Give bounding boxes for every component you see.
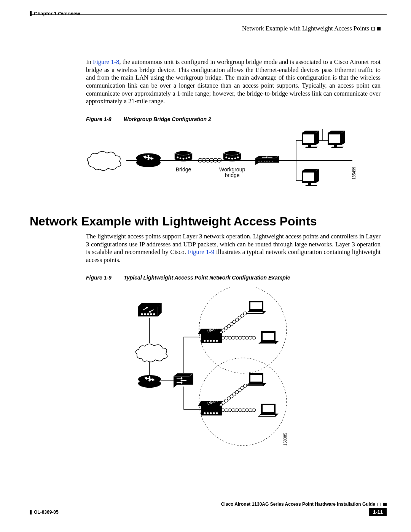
svg-point-93 bbox=[207, 412, 209, 414]
svg-point-37 bbox=[226, 324, 231, 329]
switch-icon bbox=[255, 156, 279, 166]
figure-number: Figure 1-8 bbox=[86, 116, 122, 122]
section-heading: Network Example with Lightweight Access … bbox=[30, 215, 381, 228]
wgb-label-1: Workgroup bbox=[219, 167, 245, 173]
footer-tick-icon bbox=[30, 510, 32, 514]
svg-point-4 bbox=[180, 157, 182, 159]
svg-point-86 bbox=[210, 340, 212, 342]
svg-point-5 bbox=[183, 158, 185, 160]
figure-8-diagram: Bridge Workgroup bridge bbox=[86, 129, 352, 192]
svg-rect-31 bbox=[308, 183, 311, 185]
body-paragraph: The lightweight access points support La… bbox=[86, 233, 381, 264]
figure-ref-link[interactable]: Figure 1-8 bbox=[93, 58, 119, 66]
svg-rect-99 bbox=[250, 302, 262, 309]
svg-rect-24 bbox=[272, 161, 273, 161]
para-prefix: In bbox=[86, 58, 93, 66]
bridge-label: Bridge bbox=[172, 167, 195, 173]
figure-title: Typical Lightweight Access Point Network… bbox=[124, 275, 290, 281]
para-rest: , the autonomous unit is configured in w… bbox=[86, 58, 381, 105]
workgroup-bridge-icon: Workgroup bridge bbox=[219, 149, 245, 179]
svg-rect-29 bbox=[334, 145, 337, 147]
page: Chapter 1 Overview Network Example with … bbox=[0, 0, 411, 532]
cloud-icon bbox=[135, 344, 167, 362]
svg-rect-19 bbox=[258, 161, 260, 161]
svg-point-79 bbox=[153, 313, 155, 315]
svg-point-60 bbox=[234, 390, 239, 395]
svg-point-38 bbox=[229, 322, 234, 326]
header-section: Network Example with Lightweight Access … bbox=[242, 25, 369, 32]
svg-rect-105 bbox=[250, 375, 262, 382]
monitor-icon bbox=[327, 130, 346, 151]
svg-point-39 bbox=[232, 320, 237, 324]
svg-rect-23 bbox=[269, 161, 270, 161]
cloud-icon bbox=[86, 150, 122, 173]
header-rule bbox=[30, 14, 387, 15]
svg-rect-102 bbox=[263, 333, 274, 340]
svg-rect-27 bbox=[308, 145, 311, 147]
bridge-icon: Bridge bbox=[172, 149, 195, 173]
router-icon bbox=[135, 153, 161, 169]
svg-rect-108 bbox=[263, 405, 274, 412]
footer-end-icon bbox=[378, 503, 381, 506]
running-header: Chapter 1 Overview bbox=[30, 11, 381, 16]
svg-point-17 bbox=[234, 157, 236, 159]
svg-rect-28 bbox=[329, 134, 340, 143]
svg-point-87 bbox=[213, 340, 215, 342]
header-left: Chapter 1 Overview bbox=[30, 11, 80, 16]
figure-ref-link[interactable]: Figure 1-9 bbox=[188, 248, 215, 256]
header-end-icon bbox=[371, 27, 375, 30]
switch-icon bbox=[174, 373, 193, 388]
header-tick-icon bbox=[30, 11, 32, 16]
lwapp-ap-icon: LWAPP bbox=[198, 326, 222, 343]
figure-caption: Figure 1-8 Workgroup Bridge Configuratio… bbox=[86, 116, 381, 122]
svg-point-61 bbox=[237, 388, 242, 392]
svg-point-16 bbox=[231, 158, 233, 160]
svg-point-18 bbox=[237, 157, 239, 158]
laptop-icon bbox=[258, 331, 279, 344]
svg-point-6 bbox=[186, 157, 188, 159]
figure-9-diagram: LWAPP LWAPP 158085 bbox=[125, 288, 300, 449]
svg-point-56 bbox=[224, 398, 229, 403]
image-number: 135499 bbox=[352, 167, 356, 179]
footer-rule bbox=[30, 507, 387, 507]
monitor-icon bbox=[301, 130, 320, 151]
svg-text:158085: 158085 bbox=[283, 433, 287, 446]
svg-rect-109 bbox=[260, 415, 275, 416]
svg-point-92 bbox=[204, 412, 206, 414]
footer-end-icon bbox=[383, 503, 387, 506]
svg-point-84 bbox=[204, 340, 206, 342]
svg-point-3 bbox=[177, 157, 178, 158]
laptop-icon bbox=[246, 301, 266, 314]
figure-title: Workgroup Bridge Configuration 2 bbox=[124, 116, 211, 122]
svg-rect-91 bbox=[201, 406, 222, 415]
svg-point-59 bbox=[232, 392, 237, 397]
svg-point-36 bbox=[224, 326, 229, 331]
svg-rect-103 bbox=[260, 343, 275, 343]
svg-point-15 bbox=[228, 157, 230, 159]
laptop-icon bbox=[246, 373, 266, 386]
router-icon bbox=[138, 375, 161, 388]
lwapp-ap-icon: LWAPP bbox=[198, 398, 222, 416]
page-footer: Cisco Aironet 1130AG Series Access Point… bbox=[30, 502, 387, 516]
svg-rect-22 bbox=[266, 161, 268, 161]
wgb-label-2: bridge bbox=[219, 173, 245, 178]
svg-point-96 bbox=[216, 412, 218, 414]
svg-point-40 bbox=[234, 318, 239, 322]
header-chapter: Chapter 1 Overview bbox=[34, 11, 80, 16]
svg-point-57 bbox=[226, 396, 231, 401]
svg-point-62 bbox=[240, 386, 245, 390]
svg-rect-100 bbox=[247, 312, 263, 313]
figure-caption: Figure 1-9 Typical Lightweight Access Po… bbox=[86, 275, 381, 281]
svg-point-75 bbox=[141, 313, 143, 315]
svg-point-77 bbox=[147, 313, 149, 315]
svg-rect-26 bbox=[303, 134, 314, 143]
svg-point-94 bbox=[210, 412, 212, 414]
laptop-icon bbox=[258, 404, 279, 417]
svg-point-58 bbox=[229, 394, 234, 399]
header-end-icon bbox=[377, 27, 381, 30]
svg-rect-20 bbox=[261, 161, 262, 161]
svg-point-14 bbox=[226, 157, 228, 158]
svg-rect-30 bbox=[303, 173, 314, 181]
svg-point-76 bbox=[144, 313, 146, 315]
body-paragraph: In Figure 1-8, the autonomous unit is co… bbox=[86, 58, 381, 105]
